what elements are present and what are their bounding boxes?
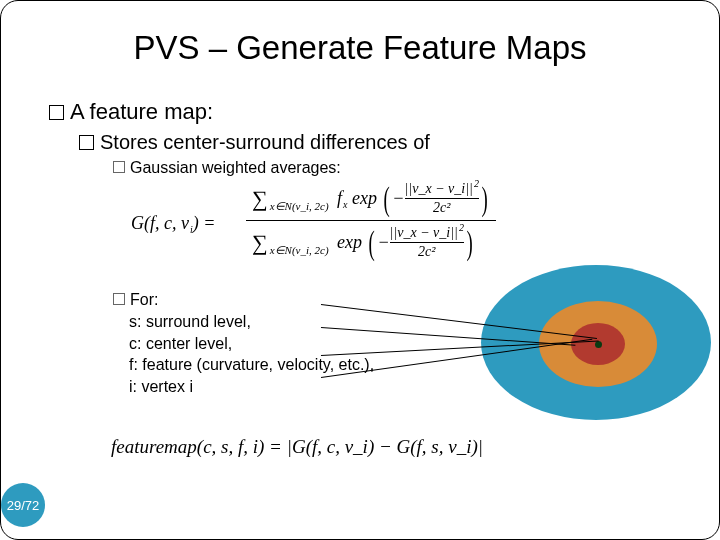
page-number-badge: 29/72 (1, 483, 45, 527)
inner-fraction: ||v_x − v_i||2 2c² (405, 181, 479, 216)
square-bullet-icon (79, 135, 94, 150)
concentric-diagram (451, 259, 711, 429)
page-title: PVS – Generate Feature Maps (1, 29, 719, 67)
paren-group: ( − ||v_x − v_i||2 2c² ) (366, 225, 475, 260)
bullet-text: Gaussian weighted averages: (130, 159, 341, 176)
bullet-level3: Gaussian weighted averages: (113, 159, 341, 177)
formula-denominator: ∑ x∈N(v_i, 2c) exp ( − ||v_x − v_i||2 2c… (246, 223, 481, 260)
vertex-dot (595, 341, 602, 348)
formula-featuremap: featuremap(c, s, f, i) = |G(f, c, v_i) −… (111, 436, 483, 458)
slide: PVS – Generate Feature Maps A feature ma… (0, 0, 720, 540)
def-f: f: feature (curvature, velocity, etc.), (129, 354, 374, 376)
formula-lhs: G(f, c, vi) = (131, 213, 215, 234)
sigma-icon: ∑ (252, 236, 268, 249)
bullet-level1: A feature map: (49, 99, 213, 125)
formula-numerator: ∑ x∈N(v_i, 2c) fx exp ( − ||v_x − v_i||2… (246, 181, 496, 218)
bullet-level3-for: For: (113, 291, 158, 309)
neg: − (392, 188, 404, 209)
sum-subscript: x∈N(v_i, 2c) (270, 244, 329, 257)
formula-fraction: ∑ x∈N(v_i, 2c) fx exp ( − ||v_x − v_i||2… (246, 181, 496, 260)
square-bullet-icon (113, 161, 125, 173)
bullet-text: For: (130, 291, 158, 308)
bullet-text: A feature map: (70, 99, 213, 124)
den-factor: exp (333, 232, 362, 253)
def-c: c: center level, (129, 333, 374, 355)
def-i: i: vertex i (129, 376, 374, 398)
square-bullet-icon (49, 105, 64, 120)
sum-subscript: x∈N(v_i, 2c) (270, 200, 329, 213)
bullet-text: Stores center-surround differences of (100, 131, 430, 153)
square-bullet-icon (113, 293, 125, 305)
fraction-bar (246, 220, 496, 221)
paren-group: ( − ||v_x − v_i||2 2c² ) (381, 181, 490, 216)
neg: − (377, 232, 389, 253)
num-factor: fx exp (333, 188, 377, 209)
bullet-level2: Stores center-surround differences of (79, 131, 430, 154)
inner-fraction: ||v_x − v_i||2 2c² (390, 225, 464, 260)
sigma-icon: ∑ (252, 192, 268, 205)
